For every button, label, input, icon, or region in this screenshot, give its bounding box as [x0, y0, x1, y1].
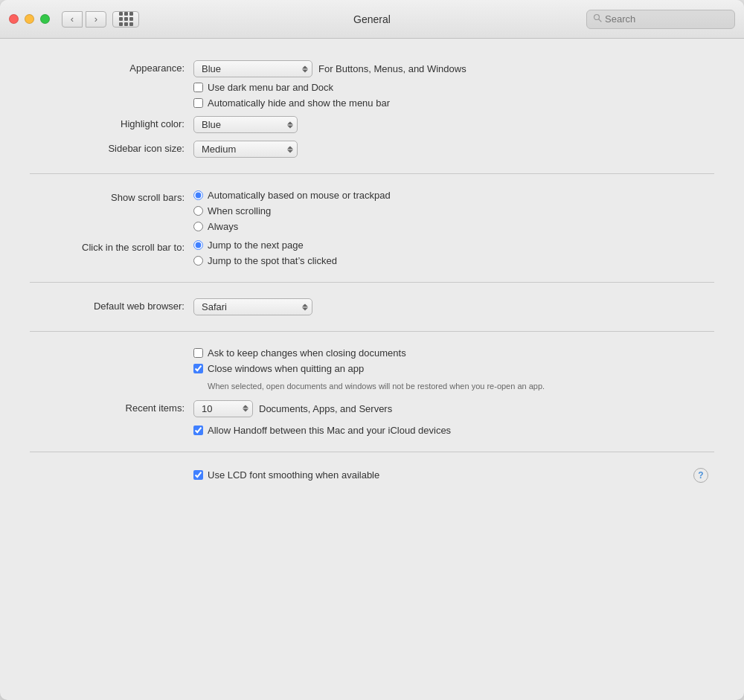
show-scroll-bars-row: Show scroll bars: Automatically based on…: [0, 186, 744, 236]
scroll-radio-auto-row: Automatically based on mouse or trackpad: [193, 190, 391, 201]
recent-items-helper: Documents, Apps, and Servers: [259, 403, 392, 414]
allow-handoff-controls: Allow Handoff between this Mac and your …: [193, 425, 451, 436]
search-input[interactable]: [605, 13, 728, 25]
svg-line-1: [599, 19, 601, 22]
allow-handoff-label: Allow Handoff between this Mac and your …: [208, 425, 451, 436]
scroll-radio-scrolling-row: When scrolling: [193, 205, 391, 216]
back-button[interactable]: ‹: [62, 11, 83, 28]
divider-3: [30, 331, 714, 332]
forward-button[interactable]: ›: [86, 11, 106, 28]
search-icon: [593, 13, 602, 25]
ask-keep-checkbox[interactable]: [193, 348, 203, 358]
titlebar-title: General: [353, 13, 391, 25]
scroll-radio-auto-label: Automatically based on mouse or trackpad: [208, 190, 391, 201]
allow-handoff-spacer: [30, 425, 193, 427]
recent-select-wrapper: 5 10 15 20 None: [193, 400, 253, 417]
default-web-browser-controls: Safari Chrome Firefox: [193, 298, 312, 315]
recent-items-label: Recent items:: [30, 400, 193, 414]
content: Appearance: Blue Graphite For Buttons, M…: [0, 39, 744, 700]
scroll-radio-auto[interactable]: [193, 190, 203, 200]
ask-keep-changes-row: Ask to keep changes when closing documen…: [0, 344, 744, 396]
click-scroll-radio-spot-row: Jump to the spot that’s clicked: [193, 255, 337, 266]
show-scroll-bars-controls: Automatically based on mouse or trackpad…: [193, 190, 391, 232]
click-scroll-radio-spot-label: Jump to the spot that’s clicked: [208, 255, 337, 266]
browser-select[interactable]: Safari Chrome Firefox: [193, 298, 312, 315]
ask-keep-label: Ask to keep changes when closing documen…: [208, 347, 406, 359]
highlight-select-row: Blue Graphite Other...: [193, 116, 298, 133]
appearance-select-wrapper: Blue Graphite: [193, 60, 312, 77]
dark-menu-label: Use dark menu bar and Dock: [208, 82, 333, 93]
scroll-radio-scrolling[interactable]: [193, 206, 203, 216]
default-web-browser-row: Default web browser: Safari Chrome Firef…: [0, 295, 744, 319]
click-scroll-bar-row: Click in the scroll bar to: Jump to the …: [0, 236, 744, 270]
click-scroll-radio-next-row: Jump to the next page: [193, 240, 337, 251]
sidebar-select[interactable]: Small Medium Large: [193, 141, 298, 158]
allow-handoff-row: Allow Handoff between this Mac and your …: [0, 421, 744, 440]
lcd-checkbox-row: Use LCD font smoothing when available: [193, 469, 693, 481]
highlight-select[interactable]: Blue Graphite Other...: [193, 116, 298, 133]
highlight-color-row: Highlight color: Blue Graphite Other...: [0, 112, 744, 137]
highlight-color-label: Highlight color:: [30, 116, 193, 129]
sidebar-icon-size-controls: Small Medium Large: [193, 141, 298, 158]
lcd-smoothing-row: Use LCD font smoothing when available ?: [0, 464, 744, 487]
appearance-row: Appearance: Blue Graphite For Buttons, M…: [0, 57, 744, 112]
dark-menu-row: Use dark menu bar and Dock: [193, 82, 466, 93]
divider-2: [30, 282, 714, 283]
browser-select-row: Safari Chrome Firefox: [193, 298, 312, 315]
allow-handoff-checkbox-row: Allow Handoff between this Mac and your …: [193, 425, 451, 436]
scroll-radio-always-row: Always: [193, 221, 391, 232]
scroll-radio-scrolling-label: When scrolling: [208, 205, 271, 216]
auto-hide-menu-checkbox[interactable]: [193, 98, 203, 108]
scroll-radio-always-label: Always: [208, 221, 238, 232]
auto-hide-menu-row: Automatically hide and show the menu bar: [193, 97, 466, 109]
recent-items-row: Recent items: 5 10 15 20 None: [0, 396, 744, 421]
highlight-color-controls: Blue Graphite Other...: [193, 116, 298, 133]
recent-select[interactable]: 5 10 15 20 None: [193, 400, 253, 417]
ask-keep-checkbox-row: Ask to keep changes when closing documen…: [193, 347, 545, 359]
window: ‹ › General Appearance:: [0, 0, 744, 700]
maximize-button[interactable]: [40, 14, 50, 24]
ask-keep-controls: Ask to keep changes when closing documen…: [193, 347, 545, 393]
minimize-button[interactable]: [25, 14, 34, 24]
lcd-checkbox[interactable]: [193, 470, 203, 480]
ask-keep-changes-spacer: [30, 347, 193, 350]
recent-items-select-row: 5 10 15 20 None Documents, Apps, and Ser…: [193, 400, 392, 417]
traffic-lights: [9, 14, 50, 24]
appearance-controls: Blue Graphite For Buttons, Menus, and Wi…: [193, 60, 466, 109]
close-windows-description: When selected, open documents and window…: [208, 380, 545, 393]
appearance-helper-text: For Buttons, Menus, and Windows: [318, 63, 466, 74]
sidebar-select-wrapper: Small Medium Large: [193, 141, 298, 158]
divider-4: [30, 452, 714, 452]
highlight-select-wrapper: Blue Graphite Other...: [193, 116, 298, 133]
click-scroll-radio-spot[interactable]: [193, 256, 203, 266]
search-box: [586, 10, 735, 29]
default-web-browser-label: Default web browser:: [30, 298, 193, 312]
click-scroll-bar-label: Click in the scroll bar to:: [30, 240, 193, 253]
scroll-radio-always[interactable]: [193, 222, 203, 231]
auto-hide-menu-label: Automatically hide and show the menu bar: [208, 97, 390, 109]
help-button[interactable]: ?: [693, 468, 708, 483]
appearance-select[interactable]: Blue Graphite: [193, 60, 312, 77]
click-scroll-radio-next[interactable]: [193, 240, 203, 250]
appearance-label: Appearance:: [30, 60, 193, 74]
divider-1: [30, 173, 714, 174]
grid-icon: [119, 12, 133, 26]
close-windows-checkbox-row: Close windows when quitting an app: [193, 363, 545, 374]
show-scroll-bars-label: Show scroll bars:: [30, 190, 193, 203]
lcd-label: Use LCD font smoothing when available: [208, 469, 379, 481]
click-scroll-bar-controls: Jump to the next page Jump to the spot t…: [193, 240, 337, 266]
dark-menu-checkbox[interactable]: [193, 83, 203, 92]
browser-select-wrapper: Safari Chrome Firefox: [193, 298, 312, 315]
close-windows-label: Close windows when quitting an app: [208, 363, 364, 374]
titlebar: ‹ › General: [0, 0, 744, 39]
close-windows-checkbox[interactable]: [193, 364, 203, 373]
sidebar-icon-size-label: Sidebar icon size:: [30, 141, 193, 154]
sidebar-icon-size-row: Sidebar icon size: Small Medium Large: [0, 137, 744, 161]
grid-button[interactable]: [112, 11, 139, 28]
close-button[interactable]: [9, 14, 19, 24]
recent-items-controls: 5 10 15 20 None Documents, Apps, and Ser…: [193, 400, 392, 417]
appearance-select-row: Blue Graphite For Buttons, Menus, and Wi…: [193, 60, 466, 77]
allow-handoff-checkbox[interactable]: [193, 426, 203, 435]
nav-buttons: ‹ ›: [62, 11, 106, 28]
click-scroll-radio-next-label: Jump to the next page: [208, 240, 304, 251]
